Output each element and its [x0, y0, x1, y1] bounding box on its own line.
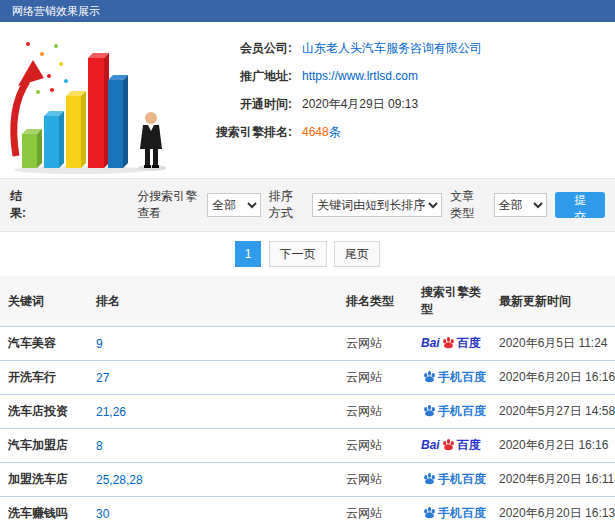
- baidu-engine-label: Bai百度: [421, 336, 481, 350]
- keyword-cell: 洗车店投资: [0, 395, 88, 429]
- rank-type-header: 排名类型: [338, 276, 413, 327]
- company-label: 会员公司:: [182, 40, 292, 57]
- rank-cell: 25,28,28: [88, 463, 338, 497]
- bar-chart-graphic: [0, 26, 182, 176]
- updated-time-cell: 2020年5月27日 14:58: [491, 395, 615, 429]
- open-time-row: 开通时间: 2020年4月29日 09:13: [182, 90, 482, 118]
- sort-filter-label: 排序方式: [269, 188, 304, 222]
- info-panel: 会员公司: 山东老人头汽车服务咨询有限公司 推广地址: https://www.…: [0, 22, 615, 178]
- engine-type-cell: 手机百度: [413, 463, 491, 497]
- updated-time-cell: 2020年6月2日 16:16: [491, 429, 615, 463]
- engine-type-cell: Bai百度: [413, 327, 491, 361]
- rank-type-cell: 云网站: [338, 395, 413, 429]
- engine-filter-select[interactable]: 全部: [207, 193, 261, 217]
- rank-header: 排名: [88, 276, 338, 327]
- rank-cell: 9: [88, 327, 338, 361]
- table-row: 开洗车行27云网站手机百度2020年6月20日 16:16: [0, 361, 615, 395]
- table-row: 加盟洗车店25,28,28云网站手机百度2020年6月20日 16:11: [0, 463, 615, 497]
- keyword-cell: 加盟洗车店: [0, 463, 88, 497]
- filter-controls: 分搜索引擎查看 全部 排序方式 关键词由短到长排序 文章类型 全部 提交: [137, 188, 605, 222]
- page-title-bar: 网络营销效果展示: [0, 0, 615, 22]
- mobile-baidu-paw-icon: [423, 506, 436, 519]
- open-time-label: 开通时间:: [182, 96, 292, 113]
- table-row: 汽车加盟店8云网站Bai百度2020年6月2日 16:16: [0, 429, 615, 463]
- rank-cell: 27: [88, 361, 338, 395]
- keyword-header: 关键词: [0, 276, 88, 327]
- rank-type-cell: 云网站: [338, 327, 413, 361]
- pagination-current-page[interactable]: 1: [235, 241, 261, 267]
- bar-chart-illustration: [0, 26, 182, 176]
- engine-rank-row: 搜索引擎排名: 4648 条: [182, 118, 482, 146]
- pagination: 1 下一页 尾页: [0, 232, 615, 276]
- engine-type-cell: 手机百度: [413, 395, 491, 429]
- rank-type-cell: 云网站: [338, 361, 413, 395]
- type-filter-label: 文章类型: [450, 188, 485, 222]
- rank-type-cell: 云网站: [338, 429, 413, 463]
- baidu-engine-label: Bai百度: [421, 438, 481, 452]
- person-figure: [138, 112, 166, 171]
- table-row: 洗车赚钱吗30云网站手机百度2020年6月20日 16:13: [0, 497, 615, 520]
- updated-time-cell: 2020年6月5日 11:24: [491, 327, 615, 361]
- engine-rank-count: 4648: [302, 125, 329, 139]
- engine-filter-label: 分搜索引擎查看: [137, 188, 199, 222]
- promo-url-label: 推广地址:: [182, 68, 292, 85]
- mobile-baidu-paw-icon: [423, 404, 436, 417]
- mobile-baidu-engine-label: 手机百度: [421, 370, 486, 384]
- result-section-label: 结果:: [10, 188, 33, 222]
- baidu-paw-icon: [442, 336, 455, 349]
- type-filter-select[interactable]: 全部: [494, 193, 548, 217]
- keyword-cell: 汽车美容: [0, 327, 88, 361]
- pagination-last-button[interactable]: 尾页: [334, 241, 380, 267]
- filter-bar: 结果: 分搜索引擎查看 全部 排序方式 关键词由短到长排序 文章类型 全部 提交: [0, 178, 615, 232]
- keyword-cell: 洗车赚钱吗: [0, 497, 88, 520]
- table-header-row: 关键词 排名 排名类型 搜索引擎类型 最新更新时间: [0, 276, 615, 327]
- company-row: 会员公司: 山东老人头汽车服务咨询有限公司: [182, 34, 482, 62]
- updated-header: 最新更新时间: [491, 276, 615, 327]
- keyword-cell: 开洗车行: [0, 361, 88, 395]
- results-table: 关键词 排名 排名类型 搜索引擎类型 最新更新时间 汽车美容9云网站Bai百度2…: [0, 276, 615, 520]
- sort-filter-select[interactable]: 关键词由短到长排序: [312, 193, 442, 217]
- engine-rank-unit: 条: [329, 124, 341, 141]
- rank-cell: 21,26: [88, 395, 338, 429]
- promo-url-row: 推广地址: https://www.lrtlsd.com: [182, 62, 482, 90]
- rank-cell: 8: [88, 429, 338, 463]
- open-time-value: 2020年4月29日 09:13: [302, 96, 418, 113]
- pagination-next-button[interactable]: 下一页: [269, 241, 327, 267]
- updated-time-cell: 2020年6月20日 16:11: [491, 463, 615, 497]
- rank-type-cell: 云网站: [338, 463, 413, 497]
- engine-type-header: 搜索引擎类型: [413, 276, 491, 327]
- rank-cell: 30: [88, 497, 338, 520]
- engine-type-cell: 手机百度: [413, 361, 491, 395]
- mobile-baidu-paw-icon: [423, 370, 436, 383]
- engine-rank-label: 搜索引擎排名:: [182, 124, 292, 141]
- mobile-baidu-engine-label: 手机百度: [421, 472, 486, 486]
- promo-url-link[interactable]: https://www.lrtlsd.com: [302, 69, 418, 83]
- table-row: 洗车店投资21,26云网站手机百度2020年5月27日 14:58: [0, 395, 615, 429]
- updated-time-cell: 2020年6月20日 16:13: [491, 497, 615, 520]
- member-company-link[interactable]: 山东老人头汽车服务咨询有限公司: [302, 40, 482, 57]
- mobile-baidu-engine-label: 手机百度: [421, 506, 486, 520]
- member-info: 会员公司: 山东老人头汽车服务咨询有限公司 推广地址: https://www.…: [182, 26, 482, 178]
- submit-button[interactable]: 提交: [555, 192, 605, 218]
- page-title: 网络营销效果展示: [12, 5, 100, 17]
- updated-time-cell: 2020年6月20日 16:16: [491, 361, 615, 395]
- mobile-baidu-engine-label: 手机百度: [421, 404, 486, 418]
- rank-type-cell: 云网站: [338, 497, 413, 520]
- baidu-paw-icon: [442, 438, 455, 451]
- engine-type-cell: Bai百度: [413, 429, 491, 463]
- engine-type-cell: 手机百度: [413, 497, 491, 520]
- mobile-baidu-paw-icon: [423, 472, 436, 485]
- table-row: 汽车美容9云网站Bai百度2020年6月5日 11:24: [0, 327, 615, 361]
- keyword-cell: 汽车加盟店: [0, 429, 88, 463]
